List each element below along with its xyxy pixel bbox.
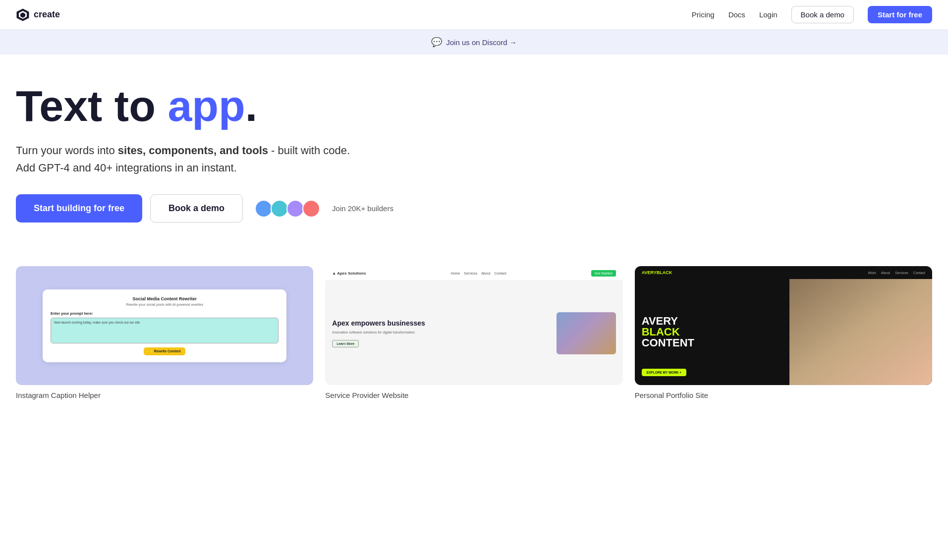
logo[interactable]: create [16, 8, 60, 22]
showcase-label-1: Instagram Caption Helper [16, 391, 313, 399]
card3-nav-about: About [881, 271, 890, 275]
hero-title-part1: Text to [16, 81, 167, 130]
card2-learn-more-button[interactable]: Learn More [332, 340, 359, 347]
hero-subtitle-line2: Add GPT-4 and 40+ integrations in an ins… [16, 162, 237, 174]
hero-subtitle-bold: sites, components, and tools [118, 144, 268, 157]
card3-headline-line1: AVERY [642, 316, 694, 327]
hero-subtitle-part2: - built with code. [268, 144, 350, 157]
avatars-group [255, 200, 320, 218]
card2-headline: Apex empowers businesses [332, 319, 549, 328]
nav-start-free-button[interactable]: Start for free [868, 6, 932, 23]
card3-background: AVERYBLACK Work About Services Contact A… [635, 266, 932, 385]
discord-banner-text: Join us on Discord → [446, 38, 517, 47]
showcase-preview-3: AVERYBLACK Work About Services Contact A… [635, 266, 932, 385]
hero-title: Text to app. [16, 84, 430, 128]
card3-nav: AVERYBLACK Work About Services Contact [635, 266, 932, 279]
showcase-card-instagram: Social Media Content Rewriter Rewrite yo… [16, 266, 313, 399]
avatar-4 [302, 200, 320, 218]
card2-text: Apex empowers businesses Innovative soft… [332, 319, 549, 347]
card2-nav-services: Services [464, 272, 477, 275]
showcase-label-2: Service Provider Website [325, 391, 622, 399]
card1-prompt-value: New launch coming today; make sure you c… [54, 321, 140, 324]
logo-icon [16, 8, 30, 22]
card2-nav-contact: Contact [494, 272, 506, 275]
showcase-preview-1: Social Media Content Rewriter Rewrite yo… [16, 266, 313, 385]
avatar-3 [286, 200, 304, 218]
card3-nav-services: Services [895, 271, 908, 275]
card3-logo-white: AVERY [642, 270, 657, 275]
card2-nav: ▲ Apex Solutions Home Services About Con… [325, 266, 622, 281]
join-text: Join 20K+ builders [332, 204, 393, 213]
card2-nav-home: Home [451, 272, 460, 275]
card3-nav-contact: Contact [913, 271, 925, 275]
nav-links: Pricing Docs Login Book a demo Start for… [692, 6, 932, 23]
card1-subtitle: Rewrite your social posts with AI-powere… [51, 303, 279, 306]
discord-icon: 💬 [431, 37, 442, 48]
nav-login[interactable]: Login [759, 10, 778, 19]
card2-body: Apex empowers businesses Innovative soft… [325, 281, 622, 385]
card2-nav-logo: ▲ Apex Solutions [332, 271, 366, 276]
book-demo-button[interactable]: Book a demo [150, 194, 243, 223]
discord-banner[interactable]: 💬 Join us on Discord → [0, 30, 948, 55]
card3-nav-logo: AVERYBLACK [642, 270, 672, 275]
card1-title: Social Media Content Rewriter [51, 296, 279, 301]
card1-prompt-label: Enter your prompt here: [51, 311, 279, 316]
hero-title-dot: . [245, 81, 257, 130]
card3-headline-line2: BLACK [642, 327, 694, 337]
hero-section: Text to app. Turn your words into sites,… [0, 55, 446, 242]
card3-portrait-image [789, 279, 932, 385]
card3-logo-green: BLACK [657, 270, 672, 275]
hero-title-app: app [167, 81, 245, 130]
card2-nav-links: Home Services About Contact [451, 272, 506, 275]
showcases-section: Social Media Content Rewriter Rewrite yo… [0, 242, 948, 415]
card2-subtext: Innovative software solutions for digita… [332, 331, 549, 334]
card3-explore-button[interactable]: EXPLORE MY WORK » [642, 369, 686, 376]
card1-textarea: New launch coming today; make sure you c… [51, 318, 279, 343]
nav-pricing[interactable]: Pricing [692, 10, 715, 19]
card2-image-inner [557, 312, 616, 354]
card3-nav-links: Work About Services Contact [868, 271, 925, 275]
card2-nav-about: About [481, 272, 490, 275]
nav-docs[interactable]: Docs [728, 10, 745, 19]
card3-nav-work: Work [868, 271, 876, 275]
card2-background: ▲ Apex Solutions Home Services About Con… [325, 266, 622, 385]
card3-headline-line3: CONTENT [642, 337, 694, 348]
showcase-card-service: ▲ Apex Solutions Home Services About Con… [325, 266, 622, 399]
nav-book-demo-button[interactable]: Book a demo [791, 6, 854, 23]
avatar-2 [271, 200, 288, 218]
hero-subtitle: Turn your words into sites, components, … [16, 142, 430, 176]
showcase-label-3: Personal Portfolio Site [635, 391, 932, 399]
logo-text: create [34, 9, 60, 20]
card3-body: AVERY BLACK CONTENT EXPLORE MY WORK » [635, 279, 932, 385]
card1-rewrite-button[interactable]: ✨ Rewrite Content [144, 347, 186, 355]
card3-headline: AVERY BLACK CONTENT [642, 316, 694, 348]
showcase-card-portfolio: AVERYBLACK Work About Services Contact A… [635, 266, 932, 399]
card2-image [557, 312, 616, 354]
card2-get-started-button[interactable]: Get Started [591, 270, 616, 277]
cta-row: Start building for free Book a demo Join… [16, 194, 430, 223]
navbar: create Pricing Docs Login Book a demo St… [0, 0, 948, 30]
card1-inner: Social Media Content Rewriter Rewrite yo… [43, 289, 286, 362]
hero-subtitle-part1: Turn your words into [16, 144, 118, 157]
showcase-preview-2: ▲ Apex Solutions Home Services About Con… [325, 266, 622, 385]
start-building-button[interactable]: Start building for free [16, 194, 142, 223]
card1-background: Social Media Content Rewriter Rewrite yo… [16, 266, 313, 385]
avatar-1 [255, 200, 273, 218]
